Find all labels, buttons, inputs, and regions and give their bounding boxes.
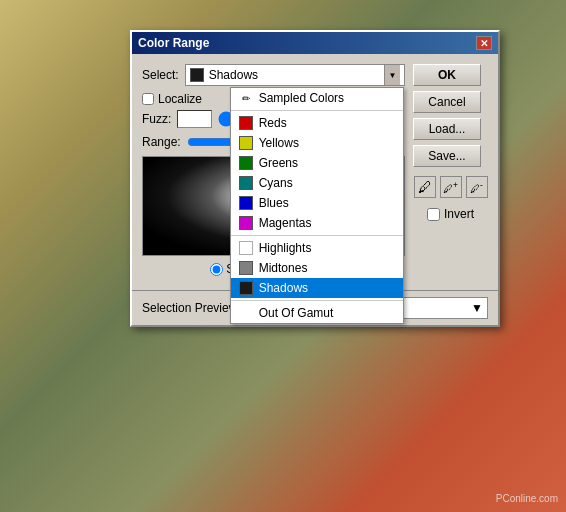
dropdown-item-sampled-colors[interactable]: ✏ Sampled Colors	[231, 88, 403, 108]
dropdown-label-highlights: Highlights	[259, 241, 312, 255]
separator-3	[231, 300, 403, 301]
dropdown-item-greens[interactable]: Greens	[231, 153, 403, 173]
dropdown-item-magentas[interactable]: Magentas	[231, 213, 403, 233]
fuzziness-label: Fuzz:	[142, 112, 171, 126]
dropdown-label-blues: Blues	[259, 196, 289, 210]
dropdown-menu: ✏ Sampled Colors Reds Yellows	[230, 87, 404, 324]
shadows-swatch	[239, 281, 253, 295]
dropdown-label-sampled-colors: Sampled Colors	[259, 91, 344, 105]
dropdown-item-highlights[interactable]: Highlights	[231, 238, 403, 258]
watermark: PConline.com	[496, 493, 558, 504]
fuzziness-input[interactable]: 0	[177, 110, 212, 128]
invert-checkbox[interactable]	[427, 208, 440, 221]
selection-preview-label: Selection Preview:	[142, 301, 241, 315]
midtones-swatch	[239, 261, 253, 275]
highlights-swatch	[239, 241, 253, 255]
dropdown-item-cyans[interactable]: Cyans	[231, 173, 403, 193]
dropdown-label-shadows: Shadows	[259, 281, 308, 295]
dropdown-label-yellows: Yellows	[259, 136, 299, 150]
dropdown-label-cyans: Cyans	[259, 176, 293, 190]
localize-checkbox[interactable]	[142, 93, 154, 105]
save-button[interactable]: Save...	[413, 145, 481, 167]
eyedropper-add-icon: 🖊+	[443, 180, 458, 194]
eyedropper-row: 🖊 🖊+ 🖊-	[413, 176, 488, 198]
dropdown-label-greens: Greens	[259, 156, 298, 170]
right-panel: OK Cancel Load... Save... 🖊 🖊+ 🖊- Invert	[413, 64, 488, 280]
dropdown-arrow-icon: ▼	[384, 65, 400, 85]
greens-swatch	[239, 156, 253, 170]
close-button[interactable]: ✕	[476, 36, 492, 50]
dropdown-item-blues[interactable]: Blues	[231, 193, 403, 213]
select-row: Select: Shadows ▼ ✏ Sampled Colors	[142, 64, 405, 86]
blues-swatch	[239, 196, 253, 210]
separator-1	[231, 110, 403, 111]
reds-swatch	[239, 116, 253, 130]
eyedropper-subtract-icon: 🖊-	[470, 180, 483, 194]
cyans-swatch	[239, 176, 253, 190]
cancel-button[interactable]: Cancel	[413, 91, 481, 113]
dropdown-label-reds: Reds	[259, 116, 287, 130]
dropdown-label-midtones: Midtones	[259, 261, 308, 275]
dropdown-item-out-of-gamut[interactable]: Out Of Gamut	[231, 303, 403, 323]
dropdown-item-midtones[interactable]: Midtones	[231, 258, 403, 278]
invert-label: Invert	[444, 207, 474, 221]
eyedropper-normal-icon: 🖊	[418, 179, 432, 195]
invert-row: Invert	[413, 207, 488, 221]
select-dropdown[interactable]: Shadows ▼ ✏ Sampled Colors Reds	[185, 64, 405, 86]
select-current-value: Shadows	[209, 68, 258, 82]
dropdown-label-magentas: Magentas	[259, 216, 312, 230]
radio-selection-input[interactable]	[210, 263, 223, 276]
range-label: Range:	[142, 135, 181, 149]
localize-label: Localize	[158, 92, 202, 106]
titlebar: Color Range ✕	[132, 32, 498, 54]
eyedropper-icon: ✏	[239, 91, 253, 105]
load-button[interactable]: Load...	[413, 118, 481, 140]
color-range-dialog: Color Range ✕ Select: Shadows ▼ ✏	[130, 30, 500, 327]
magentas-swatch	[239, 216, 253, 230]
ok-button[interactable]: OK	[413, 64, 481, 86]
yellows-swatch	[239, 136, 253, 150]
eyedropper-normal-button[interactable]: 🖊	[414, 176, 436, 198]
select-label: Select:	[142, 68, 179, 82]
selection-preview-arrow-icon: ▼	[471, 301, 483, 315]
dialog-title: Color Range	[138, 36, 209, 50]
left-panel: Select: Shadows ▼ ✏ Sampled Colors	[142, 64, 405, 280]
dropdown-item-yellows[interactable]: Yellows	[231, 133, 403, 153]
dropdown-item-shadows[interactable]: Shadows	[231, 278, 403, 298]
select-value-display: Shadows	[190, 68, 258, 82]
eyedropper-subtract-button[interactable]: 🖊-	[466, 176, 488, 198]
select-swatch	[190, 68, 204, 82]
dropdown-item-reds[interactable]: Reds	[231, 113, 403, 133]
dropdown-label-out-of-gamut: Out Of Gamut	[259, 306, 334, 320]
separator-2	[231, 235, 403, 236]
eyedropper-add-button[interactable]: 🖊+	[440, 176, 462, 198]
dialog-body: Select: Shadows ▼ ✏ Sampled Colors	[132, 54, 498, 290]
